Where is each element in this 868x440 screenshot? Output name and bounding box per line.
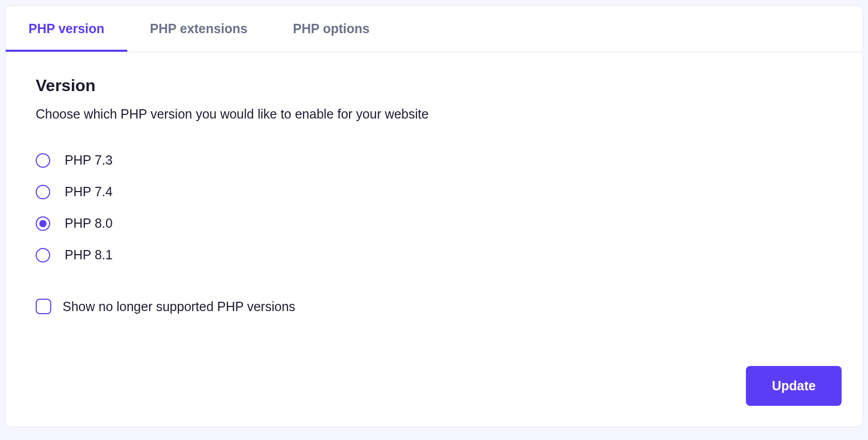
button-label: Update [772, 378, 816, 393]
radio-label: PHP 7.3 [65, 153, 113, 168]
radio-icon [36, 185, 50, 199]
php-config-card: PHP version PHP extensions PHP options V… [5, 5, 863, 427]
tab-label: PHP extensions [150, 21, 248, 36]
radio-icon [36, 153, 50, 168]
radio-php-7-3[interactable]: PHP 7.3 [36, 153, 832, 168]
php-version-radio-list: PHP 7.3 PHP 7.4 PHP 8.0 PHP 8.1 [36, 153, 832, 262]
section-title: Version [36, 76, 832, 95]
show-unsupported-checkbox[interactable]: Show no longer supported PHP versions [36, 299, 832, 314]
tabs-bar: PHP version PHP extensions PHP options [6, 6, 862, 52]
tab-label: PHP version [28, 21, 104, 36]
checkbox-icon [36, 299, 51, 314]
radio-label: PHP 7.4 [65, 184, 113, 199]
tab-php-options[interactable]: PHP options [270, 6, 392, 52]
radio-label: PHP 8.0 [65, 216, 113, 231]
tab-label: PHP options [293, 21, 369, 36]
radio-php-7-4[interactable]: PHP 7.4 [36, 184, 832, 199]
section-description: Choose which PHP version you would like … [36, 107, 832, 122]
radio-icon [36, 216, 50, 231]
checkbox-label: Show no longer supported PHP versions [63, 299, 295, 314]
update-button[interactable]: Update [746, 366, 842, 406]
radio-php-8-0[interactable]: PHP 8.0 [36, 216, 832, 231]
tab-php-version[interactable]: PHP version [6, 6, 127, 52]
footer-actions: Update [6, 366, 862, 427]
radio-icon [36, 248, 50, 262]
radio-php-8-1[interactable]: PHP 8.1 [36, 247, 832, 262]
content-area: Version Choose which PHP version you wou… [6, 52, 862, 366]
radio-label: PHP 8.1 [65, 247, 113, 262]
tab-php-extensions[interactable]: PHP extensions [127, 6, 271, 52]
